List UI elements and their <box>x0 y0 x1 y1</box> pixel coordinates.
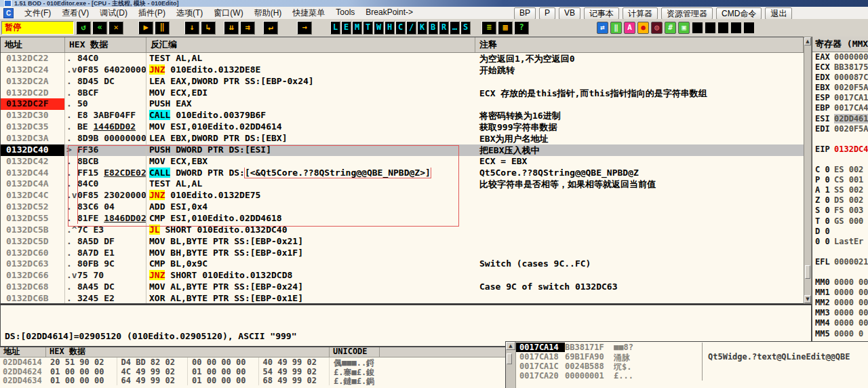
register-row[interactable]: EDX000087C <box>812 73 868 83</box>
register-row[interactable]: ESP0017CA1 <box>812 93 868 103</box>
toolbar-letter-button[interactable]: / <box>406 21 416 35</box>
stack-scrollbar-thumb[interactable] <box>507 353 512 364</box>
disassembly-row[interactable]: 0132DC68 .8A45 DC MOV AL,BYTE PTR SS:[EB… <box>1 282 804 293</box>
close-program-icon[interactable]: ✕ <box>108 21 123 35</box>
toolbar-letter-button[interactable]: S <box>460 21 471 35</box>
dump-row[interactable]: 02DD4634 01 00 00 00 64 49 99 02 01 00 0… <box>0 376 505 385</box>
register-row[interactable]: MM00000 00 <box>812 277 868 288</box>
toolbar-letter-button[interactable]: C <box>395 21 406 35</box>
menu-item[interactable]: 查看(V) <box>56 7 94 20</box>
screen-icon[interactable]: ▣ <box>678 22 690 34</box>
stack-row[interactable]: 0017CA1C 0024B588 坈$. <box>516 362 868 371</box>
disassembly-row[interactable]: 0132DC2F .50 PUSH EAX <box>1 98 804 110</box>
disassembly-row[interactable]: 0132DC63 .80FB 9C CMP BL,0x9C Switch (ca… <box>1 258 804 270</box>
dump-row[interactable]: 02DD4624 01 00 00 00 4C 49 99 02 01 00 0… <box>0 367 505 376</box>
help-icon[interactable]: ? <box>514 21 529 35</box>
column-header-address[interactable]: 地址 <box>1 37 65 52</box>
quick-button[interactable]: BP <box>514 7 536 20</box>
disassembly-row[interactable]: 0132DC5D .8A5D DF MOV BL,BYTE PTR SS:[EB… <box>1 236 804 248</box>
toolbar-letter-button[interactable]: K <box>417 21 427 35</box>
restart-icon[interactable]: ↺ <box>76 21 91 35</box>
pause-green-icon[interactable]: ‖ <box>610 22 622 34</box>
register-row[interactable]: D 0 <box>812 227 868 237</box>
toolbar-letter-button[interactable]: E <box>341 21 351 35</box>
register-row[interactable]: ESI02DD461 <box>812 114 868 124</box>
toolbar-letter-button[interactable]: R <box>439 21 449 35</box>
quick-button[interactable]: 资源管理器 <box>661 7 713 20</box>
quick-button[interactable]: 记事本 <box>584 7 619 20</box>
disassembly-row[interactable]: 0132DC30 .E8 3ABF04FF CALL 010Edito.0037… <box>1 110 804 121</box>
target-icon[interactable]: ◎ <box>651 22 663 34</box>
scroll-up-button[interactable]: ▲ <box>804 37 811 45</box>
stack-scroll-up-button[interactable]: ▲ <box>506 342 515 350</box>
register-row[interactable]: A 1SS 002 <box>812 185 868 195</box>
menu-item[interactable]: 选项(T) <box>171 7 208 20</box>
menu-item[interactable]: 窗口(W) <box>208 7 248 20</box>
register-row[interactable]: ECXBB38175 <box>812 62 868 73</box>
menu-item[interactable]: BreakPoint-> <box>360 7 418 20</box>
go-to-icon[interactable]: → <box>297 21 312 35</box>
menu-item[interactable]: 插件(P) <box>133 7 171 20</box>
pause-icon[interactable]: ‖ <box>155 21 170 35</box>
cpu-window-system-icon[interactable]: C <box>3 8 14 18</box>
step-back-icon[interactable]: « <box>92 21 107 35</box>
disassembly-row[interactable]: 0132DC35 .BE 1446DD02 MOV ESI,010Edito.0… <box>1 121 804 133</box>
register-row[interactable]: MM40000 00 <box>812 318 868 328</box>
toolbar-letter-button[interactable]: W <box>374 21 384 35</box>
menu-item[interactable]: Tools <box>330 7 360 20</box>
stack-scrollbar[interactable]: ▲ <box>506 342 516 388</box>
menu-item[interactable]: 调试(D) <box>94 7 133 20</box>
disassembly-row[interactable]: 0132DC22 .84C0 TEST AL,AL 为空返回1,不为空返回0 <box>1 53 804 64</box>
menu-item[interactable]: 帮助(H) <box>249 7 288 20</box>
trace-over-icon[interactable]: ⇉ <box>240 21 255 35</box>
register-row[interactable]: EBP0017CA4 <box>812 103 868 113</box>
disassembly-scrollbar[interactable]: ▲ ▼ <box>804 37 812 304</box>
column-header-disasm[interactable]: 反汇编 <box>146 37 475 52</box>
toolbar-letter-button[interactable]: L <box>330 21 340 35</box>
register-row[interactable]: EBX0020F5A <box>812 83 868 93</box>
dump-row[interactable]: 02DD4614 20 51 90 02 D4 BD 82 02 00 00 0… <box>0 357 505 367</box>
step-into-icon[interactable]: ↓ <box>184 21 199 35</box>
register-row[interactable]: EDI0020F5A <box>812 124 868 134</box>
toolbar-letter-button[interactable]: T <box>363 21 373 35</box>
register-row[interactable] <box>812 155 868 165</box>
quick-button[interactable]: CMD命令 <box>716 7 762 20</box>
log-window-icon[interactable]: ≡ <box>481 21 496 35</box>
disassembly-row[interactable]: 0132DC2A .8D45 DC LEA EAX,DWORD PTR SS:[… <box>1 76 804 88</box>
scrollbar-thumb[interactable] <box>805 265 810 279</box>
register-row[interactable] <box>812 134 868 144</box>
bars-icon[interactable]: # <box>665 22 676 34</box>
disassembly-row[interactable]: 0132DC4A .84C0 TEST AL,AL 比较字符串是否相等，如果相等… <box>1 178 804 190</box>
quick-button[interactable]: 退出 <box>765 7 792 20</box>
swap-direction-icon[interactable]: ⇄ <box>597 22 608 34</box>
register-row[interactable]: S 0FS 003 <box>812 206 868 216</box>
dump-column-address[interactable]: 地址 <box>0 347 46 357</box>
toolbar-letter-button[interactable]: … <box>450 21 460 35</box>
register-row[interactable]: P 0CS 001 <box>812 175 868 185</box>
letter-a-icon[interactable]: A <box>624 22 635 34</box>
disassembly-row[interactable]: 0132DC4C .v0F85 23020000 JNZ 010Edito.01… <box>1 190 804 201</box>
disassembly-row[interactable]: 0132DC60 .8A7D E1 MOV BH,BYTE PTR SS:[EB… <box>1 248 804 259</box>
disassembly-row[interactable]: 0132DC66 .v75 70 JNZ SHORT 010Edito.0132… <box>1 270 804 282</box>
column-header-hex[interactable]: HEX 数据 <box>65 37 146 52</box>
run-icon[interactable]: ▶ <box>138 21 153 35</box>
toolbar-letter-button[interactable]: H <box>384 21 395 35</box>
stack-row[interactable]: 0017CA20 00000001 £... <box>516 371 868 381</box>
memory-map-icon[interactable]: ▦ <box>498 21 513 35</box>
menu-item[interactable]: 文件(F) <box>19 7 56 20</box>
disassembly-row[interactable]: 0132DC42 .8BCB MOV ECX,EBX ECX = EBX <box>1 156 804 168</box>
register-row[interactable]: 0 0LastEr <box>812 237 868 247</box>
registers-header[interactable]: 寄存器 (MMX <box>812 37 868 52</box>
toolbar-letter-button[interactable]: B <box>428 21 438 35</box>
disassembly-row[interactable]: 0132DC55 .81FE 1846DD02 CMP ESI,010Edito… <box>1 213 804 225</box>
column-header-comment[interactable]: 注释 <box>475 37 804 52</box>
menu-item[interactable]: 快捷菜单 <box>287 7 330 20</box>
scroll-down-button[interactable]: ▼ <box>804 295 811 303</box>
stack-row[interactable]: 0017CA14 BB38171F ■■8? <box>516 343 868 352</box>
register-row[interactable]: T 0GS 000 <box>812 216 868 227</box>
disassembly-row[interactable]: 0132DC44 .FF15 E82CDE02 CALL DWORD PTR D… <box>1 168 804 179</box>
register-row[interactable]: EIP0132DC4 <box>812 144 868 155</box>
register-row[interactable]: Z 0DS 002 <box>812 195 868 206</box>
disassembly-row[interactable]: 0132DC2D .8BCF MOV ECX,EDI ECX 存放的是this指… <box>1 88 804 99</box>
quick-button[interactable]: P <box>539 7 555 20</box>
